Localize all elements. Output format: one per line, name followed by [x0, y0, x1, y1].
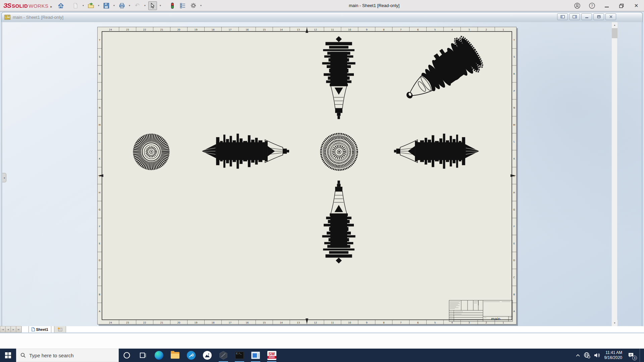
doc-pane-left-button[interactable]: [557, 13, 568, 20]
open-button[interactable]: [87, 1, 95, 10]
help-button[interactable]: ?: [587, 1, 597, 11]
taskbar-clock[interactable]: 11:41 AM 9/16/2020: [604, 350, 623, 360]
taskbar-support-tool[interactable]: [183, 349, 199, 362]
print-dropdown[interactable]: ▾: [128, 4, 131, 7]
document-window-bar: main - Sheet1 [Read-only]: [1, 12, 643, 22]
svg-text:C: C: [99, 276, 101, 279]
taskbar-file-explorer[interactable]: [167, 349, 183, 362]
doc-close-button[interactable]: [605, 13, 616, 20]
panel-flyout-tab[interactable]: ◂: [2, 173, 6, 182]
tray-chevron-icon[interactable]: [576, 354, 580, 357]
save-button[interactable]: [102, 1, 111, 10]
scroll-up-icon: ▲: [613, 24, 616, 26]
first-sheet-button[interactable]: |◀: [0, 326, 5, 333]
svg-text:S: S: [99, 56, 101, 58]
search-input[interactable]: [29, 353, 110, 358]
cortana-button[interactable]: [119, 349, 135, 362]
svg-text:14: 14: [280, 321, 283, 324]
svg-text:13: 13: [297, 321, 300, 324]
taskbar-command-prompt[interactable]: [231, 349, 248, 362]
tab-sheet1[interactable]: Sheet1: [29, 326, 51, 333]
collapse-arrow-icon: ◂: [3, 176, 5, 179]
svg-text:M: M: [513, 124, 515, 126]
select-tool-dropdown[interactable]: ▾: [159, 4, 162, 7]
taskbar-window-app[interactable]: [248, 349, 264, 362]
svg-text:8: 8: [383, 321, 384, 324]
sheet-tab-bar: |◀ ◀ ▶ ▶| Sheet1: [0, 326, 644, 333]
options-dropdown[interactable]: ▾: [199, 4, 203, 7]
new-document-button[interactable]: [71, 1, 80, 10]
scroll-up-button[interactable]: ▲: [612, 22, 618, 28]
scroll-down-icon: ▼: [613, 322, 616, 324]
svg-text:5: 5: [434, 28, 436, 31]
task-view-button[interactable]: [135, 349, 151, 362]
notification-badge: 3: [632, 356, 637, 360]
volume-icon[interactable]: [594, 352, 600, 358]
drawing-viewport[interactable]: 2424232322222121202019191818171716161515…: [2, 22, 642, 326]
minimize-button[interactable]: [602, 1, 612, 11]
options-list-button[interactable]: [178, 1, 187, 10]
brand-flyout-arrow-icon[interactable]: ▸: [50, 5, 52, 8]
open-dropdown[interactable]: ▾: [97, 4, 100, 7]
last-sheet-button[interactable]: ▶|: [16, 326, 21, 333]
svg-text:18: 18: [211, 321, 214, 324]
account-button[interactable]: [572, 1, 582, 11]
add-sheet-button[interactable]: [54, 326, 66, 333]
taskbar-edge[interactable]: [151, 349, 167, 362]
network-globe-icon[interactable]: [584, 352, 590, 359]
scroll-down-button[interactable]: ▼: [612, 320, 618, 326]
vertical-scrollbar[interactable]: ▲ ▼: [611, 22, 617, 326]
solidworks-application: ЗS SOLID WORKS ▸ ▾ ▾ ▾ ▾: [0, 0, 644, 362]
edge-icon: [155, 351, 163, 360]
vertical-scroll-thumb[interactable]: [612, 28, 618, 38]
taskbar-photos[interactable]: [199, 349, 215, 362]
window-app-icon: [251, 352, 260, 359]
svg-text:12: 12: [314, 28, 317, 31]
restore-button[interactable]: [616, 1, 627, 11]
show-desktop-button[interactable]: [640, 349, 642, 362]
new-document-icon: [72, 3, 78, 9]
file-explorer-icon: [171, 352, 179, 359]
new-document-dropdown[interactable]: ▾: [82, 4, 85, 7]
svg-text:L: L: [514, 140, 515, 143]
svg-text:F: F: [99, 225, 100, 228]
svg-text:10: 10: [348, 28, 351, 31]
taskbar-search[interactable]: [16, 349, 119, 362]
doc-pane-right-button[interactable]: [569, 13, 580, 20]
undo-button[interactable]: ↶: [133, 1, 142, 10]
start-button[interactable]: [0, 349, 16, 362]
drawing-sheet[interactable]: 2424232322222121202019191818171716161515…: [97, 27, 517, 324]
undo-dropdown[interactable]: ▾: [143, 4, 147, 7]
save-dropdown[interactable]: ▾: [112, 4, 116, 7]
prev-sheet-button[interactable]: ◀: [5, 326, 11, 333]
clock-time: 11:41 AM: [604, 350, 622, 355]
quick-access-toolbar: ▾ ▾ ▾ ▾ ↶ ▾ ▾: [56, 1, 203, 10]
action-center-button[interactable]: 3: [626, 349, 636, 362]
next-sheet-button[interactable]: ▶: [11, 326, 16, 333]
taskbar-solidworks[interactable]: SW 2020: [264, 349, 280, 362]
brand-mark-icon: ЗS: [3, 2, 11, 9]
svg-text:16: 16: [246, 28, 249, 31]
svg-text:6: 6: [417, 28, 419, 31]
options-button[interactable]: [189, 1, 198, 10]
wrench-icon: [187, 351, 196, 360]
svg-text:24: 24: [109, 321, 112, 324]
doc-restore-button[interactable]: [593, 13, 604, 20]
command-prompt-icon: [235, 352, 244, 359]
document-title: main - Sheet1 [Read-only]: [2, 15, 63, 20]
svg-text:22: 22: [143, 321, 146, 324]
undo-icon: ↶: [135, 2, 140, 9]
svg-text:3: 3: [468, 321, 470, 324]
doc-minimize-button[interactable]: [581, 13, 592, 20]
stoplight-button[interactable]: [168, 1, 177, 10]
taskbar-hexagon-app[interactable]: [215, 349, 231, 362]
close-button[interactable]: ✕: [631, 1, 641, 11]
print-button[interactable]: [117, 1, 126, 10]
home-button[interactable]: [56, 1, 65, 10]
svg-text:G: G: [513, 208, 515, 211]
svg-text:21: 21: [160, 321, 163, 324]
svg-text:B: B: [514, 293, 515, 296]
select-tool-button[interactable]: [148, 1, 157, 10]
search-icon: [20, 353, 26, 358]
solidworks-logo[interactable]: ЗS SOLID WORKS ▸: [0, 2, 50, 9]
